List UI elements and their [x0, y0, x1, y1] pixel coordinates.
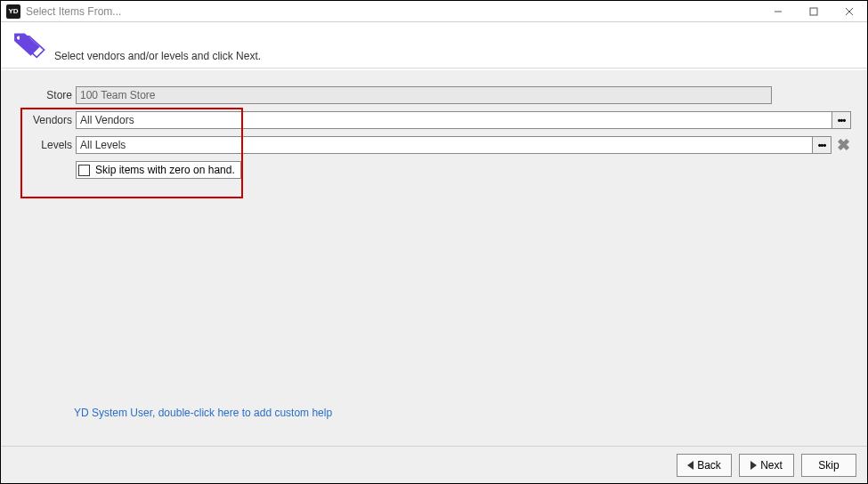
levels-clear-icon[interactable]: ✖	[835, 137, 851, 153]
back-button-label: Back	[697, 459, 721, 472]
title-bar: YD Select Items From...	[1, 1, 867, 22]
store-input	[76, 86, 772, 104]
vendors-picker-button[interactable]: •••	[831, 111, 851, 129]
maximize-button[interactable]	[796, 1, 831, 22]
app-icon: YD	[6, 4, 20, 19]
window-title: Select Items From...	[26, 5, 121, 18]
skip-button-label: Skip	[818, 459, 839, 472]
levels-label: Levels	[17, 139, 76, 151]
form-area: Store Vendors ••• Levels ••• ✖ Skip item…	[1, 70, 867, 446]
store-label: Store	[17, 89, 76, 101]
next-button[interactable]: Next	[739, 454, 794, 477]
close-button[interactable]	[831, 1, 867, 22]
triangle-left-icon	[687, 461, 694, 470]
wizard-instruction: Select vendors and/or levels and click N…	[54, 50, 261, 62]
vendors-input[interactable]	[76, 111, 831, 129]
tag-icon	[10, 29, 47, 61]
skip-zero-label: Skip items with zero on hand.	[95, 164, 235, 176]
skip-row: Skip items with zero on hand.	[17, 161, 851, 179]
levels-row: Levels ••• ✖	[17, 136, 851, 154]
svg-rect-1	[810, 8, 817, 15]
minimize-button[interactable]	[760, 1, 796, 22]
next-button-label: Next	[760, 459, 783, 472]
vendors-label: Vendors	[17, 114, 76, 126]
levels-input[interactable]	[76, 136, 812, 154]
store-row: Store	[17, 86, 851, 104]
checkbox-icon	[78, 165, 90, 176]
wizard-header: Select vendors and/or levels and click N…	[1, 22, 867, 69]
triangle-right-icon	[750, 461, 757, 470]
footer-bar: Back Next Skip	[1, 446, 867, 483]
skip-zero-checkbox[interactable]: Skip items with zero on hand.	[76, 161, 241, 179]
levels-picker-button[interactable]: •••	[812, 136, 831, 154]
vendors-row: Vendors •••	[17, 111, 851, 129]
custom-help-link[interactable]: YD System User, double-click here to add…	[74, 407, 332, 419]
skip-button[interactable]: Skip	[801, 454, 856, 477]
back-button[interactable]: Back	[677, 454, 732, 477]
